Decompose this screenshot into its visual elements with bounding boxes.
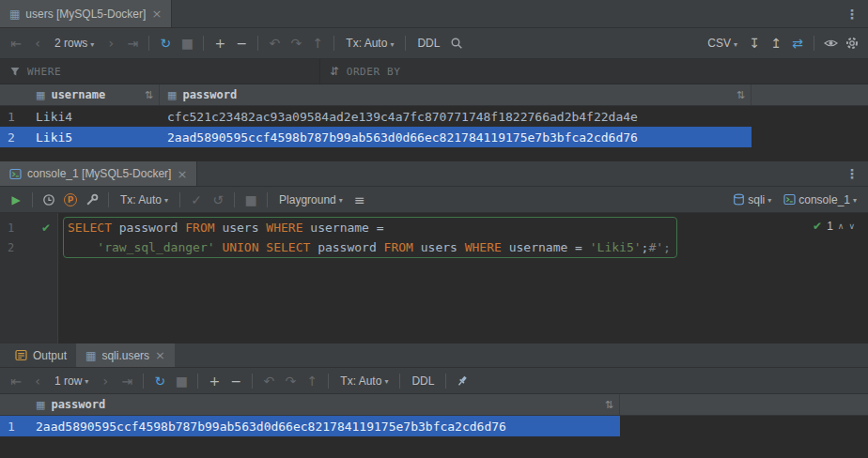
close-icon[interactable]: × [155,348,165,362]
playground-mode-dropdown[interactable]: Playground ▾ [273,190,349,210]
kebab-menu-icon[interactable]: ⋮ [836,7,868,22]
grid-toolbar: ⇤ ‹ 2 rows ▾ › ⇥ ↻ ■ + − ↶ ↷ ↑ Tx: Auto … [0,28,868,59]
tx-mode-dropdown[interactable]: Tx: Auto ▾ [115,190,174,210]
toolbar-separator [333,36,334,51]
next-result-icon[interactable]: ∨ [848,221,855,231]
last-page-icon[interactable]: ⇥ [116,371,137,391]
tab-output[interactable]: Output [6,344,76,367]
commit-icon[interactable]: ✓ [186,190,207,210]
run-icon[interactable]: ▶ [6,190,26,210]
wrench-icon[interactable] [82,190,102,210]
undo-icon[interactable]: ↶ [264,33,285,53]
page-size-dropdown[interactable]: 2 rows ▾ [49,33,100,53]
profiler-icon[interactable]: P [60,190,81,210]
chevron-down-icon: ▾ [384,377,388,386]
import-data-icon[interactable]: ↥ [766,33,786,53]
console-dropdown[interactable]: console_1 ▾ [778,190,862,210]
row-number: 1 [0,416,28,436]
stop-icon[interactable]: ■ [240,190,261,210]
close-icon[interactable]: × [177,167,187,181]
table-row[interactable]: 1 Liki4 cfc521c23482ac93a09584ad2e139c4a… [0,106,868,127]
redo-icon[interactable]: ↷ [280,371,301,391]
column-name: password [51,398,105,411]
cell-password[interactable]: cfc521c23482ac93a09584ad2e139c4a7fc87077… [160,106,752,127]
order-by-field[interactable]: ⇵ ORDER BY [320,59,868,84]
previous-page-icon[interactable]: ‹ [27,33,48,53]
rollback-icon[interactable]: ↺ [208,190,228,210]
settings-gear-icon[interactable] [842,33,862,53]
toolbar-separator [814,36,814,51]
add-row-icon[interactable]: + [204,371,225,391]
next-page-icon[interactable]: › [95,371,116,391]
tx-mode-label: Tx: Auto [120,193,162,206]
first-page-icon[interactable]: ⇤ [6,33,26,53]
view-options-eye-icon[interactable] [820,33,841,53]
ddl-label: DDL [411,374,434,388]
ddl-button[interactable]: DDL [411,33,445,53]
stop-icon[interactable]: ■ [177,33,197,53]
previous-page-icon[interactable]: ‹ [27,371,48,391]
where-filter-field[interactable]: WHERE [0,59,319,84]
undo-icon[interactable]: ↶ [258,371,279,391]
column-name: username [51,88,105,101]
last-page-icon[interactable]: ⇥ [122,33,143,53]
sort-icon[interactable]: ⇅ [145,89,153,101]
close-icon[interactable]: × [151,7,162,21]
editor-code-area[interactable]: SELECT password FROM users WHERE usernam… [58,213,677,344]
reload-data-icon[interactable]: ↻ [149,371,170,391]
page-size-dropdown[interactable]: 1 row ▾ [49,371,94,391]
redo-icon[interactable]: ↷ [286,33,306,53]
grid-toolbar-right: CSV ▾ ↧ ↥ ⇄ [702,33,862,53]
table-row-selected[interactable]: 1 2aad5890595ccf4598b787b99ab563d0d66ec8… [0,416,868,436]
transfer-data-icon[interactable]: ⇄ [787,33,808,53]
schema-dropdown[interactable]: sqli ▾ [727,190,777,210]
tx-mode-dropdown[interactable]: Tx: Auto ▾ [334,371,394,391]
toolbar-separator [197,374,198,389]
toolbar-separator [267,192,268,207]
editor-tab-bar: ▦ users [MySQL5-Docker] × ⋮ [0,0,868,28]
grid-empty-space [0,147,868,161]
cell-username[interactable]: Liki5 [28,127,160,147]
table-row-selected[interactable]: 2 Liki5 2aad5890595ccf4598b787b99ab563d0… [0,127,868,147]
column-header-username[interactable]: ▦ username ⇅ [28,84,160,105]
tab-sqli-users-result[interactable]: ▦ sqli.users × [76,344,175,367]
stop-icon[interactable]: ■ [171,371,192,391]
execution-history-clock-icon[interactable] [39,190,59,210]
submit-changes-icon[interactable]: ↑ [307,33,328,53]
delete-row-icon[interactable]: − [225,371,246,391]
column-header-password[interactable]: ▦ password ⇅ [160,84,752,105]
tab-users-grid[interactable]: ▦ users [MySQL5-Docker] × [0,0,172,27]
next-page-icon[interactable]: › [101,33,121,53]
tab-console[interactable]: console_1 [MySQL5-Docker] × [0,161,197,186]
sql-editor[interactable]: 1 ✔ 2 SELECT password FROM users WHERE u… [0,213,868,344]
pin-tab-icon[interactable] [452,371,473,391]
ddl-label: DDL [417,37,440,50]
cell-password[interactable]: 2aad5890595ccf4598b787b99ab563d0d66ec821… [28,416,620,436]
kebab-menu-icon[interactable]: ⋮ [836,166,868,181]
export-data-icon[interactable]: ↧ [744,33,765,53]
executed-statement-highlight: SELECT password FROM users WHERE usernam… [63,217,677,258]
sort-icon[interactable]: ⇅ [605,399,613,411]
sort-icon[interactable]: ⇅ [736,89,745,101]
sql-line[interactable]: SELECT password FROM users WHERE usernam… [68,218,671,237]
order-by-placeholder: ORDER BY [347,66,401,78]
ddl-button[interactable]: DDL [406,371,440,391]
output-layout-icon[interactable]: ≡ [349,190,370,210]
toolbar-separator [257,36,258,51]
search-icon[interactable] [446,33,467,53]
reload-data-icon[interactable]: ↻ [155,33,176,53]
cell-password[interactable]: 2aad5890595ccf4598b787b99ab563d0d66ec821… [160,127,752,147]
cell-username[interactable]: Liki4 [28,106,160,127]
add-row-icon[interactable]: + [209,33,230,53]
submit-changes-icon[interactable]: ↑ [302,371,322,391]
previous-result-icon[interactable]: ∧ [838,221,845,231]
first-page-icon[interactable]: ⇤ [6,371,26,391]
delete-row-icon[interactable]: − [231,33,252,53]
row-number: 2 [0,127,28,147]
column-header-password[interactable]: ▦ password ⇅ [28,394,620,415]
sql-line[interactable]: 'raw_sql_danger' UNION SELECT password F… [68,237,671,257]
result-success-icon: ✔ [813,220,822,233]
tx-mode-dropdown[interactable]: Tx: Auto ▾ [340,33,399,53]
tab-title: users [MySQL5-Docker] [25,8,146,21]
export-format-dropdown[interactable]: CSV ▾ [702,33,743,53]
